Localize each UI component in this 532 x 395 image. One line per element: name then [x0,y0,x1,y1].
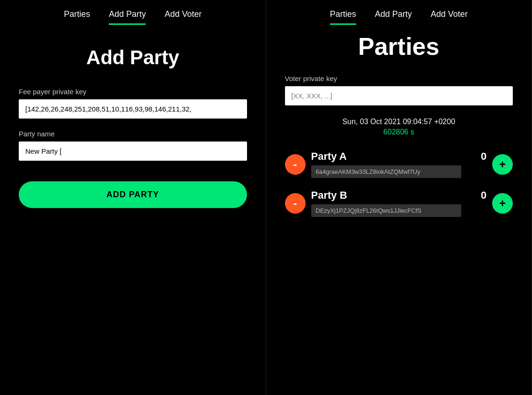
fee-payer-input[interactable] [19,99,247,119]
party-name-input[interactable] [19,142,247,161]
left-nav-add-party[interactable]: Add Party [109,9,146,23]
datetime-display: Sun, 03 Oct 2021 09:04:57 +0200 [342,118,455,126]
add-party-button[interactable]: ADD PARTY [19,181,247,208]
elapsed-display: 602806 s [383,128,414,136]
right-nav-add-voter[interactable]: Add Voter [431,9,468,23]
party-name-group: Party name [19,130,247,161]
party-b-plus-button[interactable]: + [492,193,513,214]
party-name-label: Party name [19,130,247,138]
page-title-parties: Parties [285,32,513,60]
party-b-name-row: Party B 0 [311,189,487,201]
party-a-name-row: Party A 0 [311,150,487,163]
party-a-plus-button[interactable]: + [492,154,513,175]
party-a-name: Party A [311,150,347,163]
left-nav-add-voter[interactable]: Add Voter [165,9,202,23]
left-nav-parties[interactable]: Parties [64,9,90,23]
voter-key-input[interactable] [285,86,513,105]
fee-payer-label: Fee payer private key [19,88,247,96]
party-a-votes: 0 [481,150,487,163]
page-title-add-party: Add Party [19,46,247,69]
party-a-info: Party A 0 6a4graeAKM3w33LZ8iokAtZQMwf7Uy [311,150,487,178]
party-b-address: DEzyXj1PZJQj8zFL26tQws1JJiecFCfS [311,204,461,217]
left-nav: Parties Add Party Add Voter [19,0,247,23]
left-panel: Parties Add Party Add Voter Add Party Fe… [0,0,266,395]
party-card-b: - Party B 0 DEzyXj1PZJQj8zFL26tQws1JJiec… [285,189,513,217]
party-b-minus-button[interactable]: - [285,193,306,214]
voter-key-label: Voter private key [285,75,513,82]
party-b-votes: 0 [481,189,487,201]
party-a-address: 6a4graeAKM3w33LZ8iokAtZQMwf7Uy [311,165,461,178]
right-nav-add-party[interactable]: Add Party [375,9,412,23]
party-b-name: Party B [311,189,347,201]
fee-payer-group: Fee payer private key [19,88,247,119]
right-nav-parties[interactable]: Parties [330,9,356,23]
right-nav: Parties Add Party Add Voter [285,0,513,23]
party-b-info: Party B 0 DEzyXj1PZJQj8zFL26tQws1JJiecFC… [311,189,487,217]
party-a-minus-button[interactable]: - [285,154,306,175]
party-card-a: - Party A 0 6a4graeAKM3w33LZ8iokAtZQMwf7… [285,150,513,178]
right-panel: Parties Add Party Add Voter Parties Vote… [266,0,532,395]
